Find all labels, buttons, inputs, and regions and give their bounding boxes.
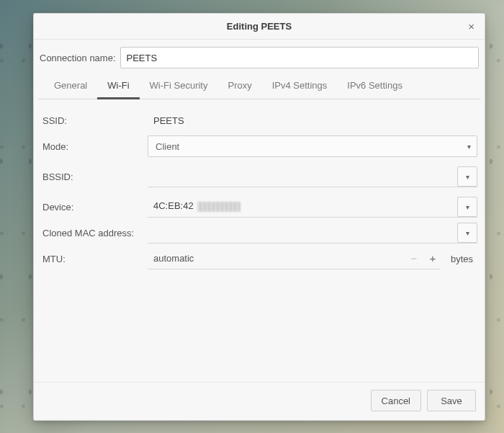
save-button[interactable]: Save	[427, 390, 476, 411]
tab-ipv4-settings[interactable]: IPv4 Settings	[262, 74, 338, 99]
bssid-row: BSSID: ▾	[41, 166, 477, 187]
mtu-unit: bytes	[451, 254, 473, 264]
chevron-down-icon: ▾	[467, 143, 471, 151]
mode-label: Mode:	[41, 141, 148, 152]
device-input[interactable]: 4C:EB:42	[148, 196, 457, 217]
tab-strip: General Wi-Fi Wi-Fi Security Proxy IPv4 …	[38, 74, 480, 99]
cloned-mac-input[interactable]	[148, 222, 457, 243]
cloned-mac-row: Cloned MAC address: ▾	[41, 222, 477, 244]
connection-name-input[interactable]	[120, 47, 479, 68]
tab-wifi[interactable]: Wi-Fi	[97, 74, 139, 99]
bssid-input[interactable]	[148, 166, 457, 187]
cloned-mac-dropdown-button[interactable]: ▾	[457, 223, 477, 243]
tab-general[interactable]: General	[44, 74, 97, 99]
device-value-prefix: 4C:EB:42	[153, 200, 194, 211]
tab-ipv6-settings[interactable]: IPv6 Settings	[337, 74, 413, 99]
connection-name-label: Connection name:	[40, 53, 116, 63]
mode-row: Mode: Client ▾	[41, 135, 477, 157]
bssid-label: BSSID:	[41, 171, 148, 182]
device-label: Device:	[41, 202, 148, 213]
bssid-dropdown-button[interactable]: ▾	[457, 166, 477, 187]
title-bar: Editing PEETS ×	[34, 14, 485, 40]
tab-wifi-security[interactable]: Wi-Fi Security	[140, 74, 218, 99]
chevron-down-icon: ▾	[466, 229, 469, 237]
network-connection-editor-dialog: Editing PEETS × Connection name: General…	[33, 13, 485, 421]
ssid-label: SSID:	[41, 115, 148, 126]
mode-value: Client	[156, 141, 179, 152]
tab-proxy[interactable]: Proxy	[217, 74, 261, 99]
device-dropdown-button[interactable]: ▾	[457, 197, 477, 217]
close-icon[interactable]: ×	[464, 14, 479, 39]
mtu-row: MTU: automatic − + bytes	[41, 248, 477, 269]
wifi-form: SSID: PEETS Mode: Client ▾ BSSID: ▾	[34, 99, 485, 382]
dialog-footer: Cancel Save	[34, 382, 485, 420]
mtu-label: MTU:	[41, 254, 148, 264]
device-value-redacted	[197, 202, 240, 212]
dialog-title: Editing PEETS	[227, 21, 292, 32]
mtu-increment-button[interactable]: +	[425, 251, 441, 267]
mtu-value[interactable]: automatic	[153, 253, 403, 264]
ssid-row: SSID: PEETS	[41, 110, 477, 131]
device-row: Device: 4C:EB:42 ▾	[41, 196, 477, 218]
cloned-mac-label: Cloned MAC address:	[41, 228, 148, 238]
mtu-decrement-button[interactable]: −	[406, 251, 422, 267]
ssid-value[interactable]: PEETS	[148, 111, 190, 130]
chevron-down-icon: ▾	[466, 173, 469, 181]
connection-name-row: Connection name:	[34, 40, 485, 74]
chevron-down-icon: ▾	[466, 203, 469, 211]
mode-combo[interactable]: Client ▾	[148, 135, 477, 157]
cancel-button[interactable]: Cancel	[371, 390, 421, 411]
